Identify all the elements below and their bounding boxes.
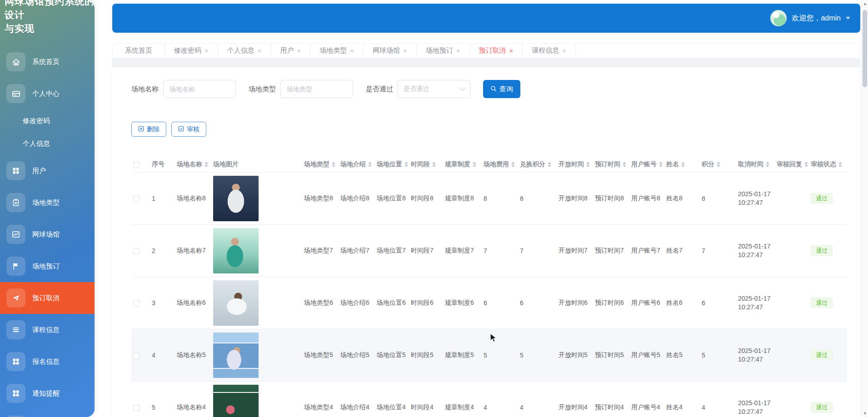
caret-up-icon[interactable] (623, 162, 626, 164)
table-row[interactable]: 3场地名称6场地类型6场地介绍6场地位置6时间段6规章制度666开放时间6预订时… (131, 277, 847, 329)
scroll-up-icon[interactable]: ▲ (862, 1, 868, 6)
tab-item[interactable]: 个人信息× (218, 44, 271, 58)
caret-down-icon[interactable] (548, 165, 551, 167)
tennis-photo-4[interactable] (213, 333, 259, 378)
tab-item[interactable]: 系统首页 (113, 44, 165, 58)
row-checkbox[interactable] (133, 248, 140, 254)
table-row[interactable]: 1场地名称8场地类型8场地介绍8场地位置8时间段8规章制度888开放时间8预订时… (131, 172, 847, 224)
caret-down-icon[interactable] (586, 165, 590, 167)
caret-up-icon[interactable] (432, 162, 436, 164)
sidebar-item[interactable] (0, 409, 95, 417)
venue-name-input[interactable] (163, 80, 236, 98)
row-checkbox[interactable] (133, 352, 140, 359)
close-icon[interactable]: × (297, 47, 301, 54)
sort-icon[interactable] (766, 162, 769, 167)
sort-icon[interactable] (404, 162, 408, 167)
close-icon[interactable]: × (509, 47, 514, 54)
sort-icon[interactable] (432, 162, 436, 167)
scrollbar-thumb[interactable] (863, 10, 867, 87)
caret-down-icon[interactable] (717, 165, 720, 167)
caret-up-icon[interactable] (473, 162, 476, 164)
sidebar-item[interactable]: 系统首页 (0, 46, 95, 78)
tab-item[interactable]: 课程信息× (523, 44, 576, 58)
tab-item[interactable]: 用户× (271, 44, 311, 58)
caret-down-icon[interactable] (659, 165, 663, 167)
sort-icon[interactable] (681, 162, 685, 167)
sort-icon[interactable] (659, 162, 663, 167)
sort-icon[interactable] (368, 162, 372, 167)
sidebar-item[interactable]: 用户 (0, 155, 95, 187)
caret-up-icon[interactable] (332, 162, 335, 164)
sort-icon[interactable] (205, 162, 208, 167)
row-checkbox[interactable] (133, 196, 140, 202)
pass-select[interactable]: 是否通过 (398, 80, 470, 98)
caret-down-icon[interactable] (766, 165, 769, 167)
caret-down-icon[interactable] (623, 165, 626, 167)
close-icon[interactable]: × (350, 47, 354, 54)
close-icon[interactable]: × (403, 47, 407, 54)
sidebar-item[interactable]: 个人中心 (0, 78, 95, 109)
sidebar-item[interactable]: 预订取消 (0, 282, 95, 314)
avatar[interactable] (770, 10, 787, 26)
table-row[interactable]: 5场地名称4场地类型4场地介绍4场地位置4时间段4规章制度444开放时间4预订时… (131, 381, 847, 417)
caret-down-icon[interactable] (205, 165, 208, 167)
caret-down-icon[interactable] (681, 165, 685, 167)
tennis-photo-3[interactable] (213, 280, 259, 326)
sort-icon[interactable] (623, 162, 626, 167)
chevron-down-icon[interactable] (846, 17, 850, 20)
sort-icon[interactable] (586, 162, 590, 167)
sort-icon[interactable] (332, 162, 335, 167)
caret-up-icon[interactable] (681, 162, 685, 164)
caret-up-icon[interactable] (766, 162, 769, 164)
row-checkbox[interactable] (133, 300, 140, 307)
caret-up-icon[interactable] (838, 162, 842, 164)
caret-down-icon[interactable] (332, 165, 335, 167)
search-button[interactable]: 查询 (483, 80, 520, 98)
caret-down-icon[interactable] (432, 165, 436, 167)
caret-down-icon[interactable] (404, 165, 408, 167)
sort-icon[interactable] (838, 162, 842, 167)
caret-up-icon[interactable] (511, 162, 515, 164)
tennis-photo-2[interactable] (213, 228, 259, 273)
sort-icon[interactable] (511, 162, 515, 167)
sidebar-item[interactable]: 通知提醒 (0, 377, 95, 409)
close-icon[interactable]: × (456, 47, 460, 54)
table-row[interactable]: 4场地名称5场地类型5场地介绍5场地位置5时间段5规章制度555开放时间5预订时… (131, 329, 847, 381)
row-checkbox[interactable] (133, 405, 140, 411)
scroll-down-icon[interactable]: ▼ (862, 411, 868, 416)
sort-icon[interactable] (804, 162, 808, 167)
caret-down-icon[interactable] (511, 165, 515, 167)
tab-item[interactable]: 场地预订× (417, 44, 470, 58)
caret-up-icon[interactable] (368, 162, 372, 164)
sort-icon[interactable] (473, 162, 476, 167)
tennis-photo-1[interactable] (213, 176, 259, 221)
caret-up-icon[interactable] (205, 162, 208, 164)
sort-icon[interactable] (717, 162, 720, 167)
venue-type-input[interactable] (280, 80, 353, 98)
sidebar-subitem[interactable]: 修改密码 (0, 109, 95, 132)
tab-item[interactable]: 预订取消× (470, 44, 523, 58)
caret-up-icon[interactable] (548, 162, 551, 164)
select-all-checkbox[interactable] (133, 162, 140, 168)
close-icon[interactable]: × (258, 47, 262, 54)
review-button[interactable]: 审核 (171, 122, 206, 137)
caret-up-icon[interactable] (586, 162, 590, 164)
user-menu[interactable]: 欢迎您，admin (770, 10, 850, 26)
sidebar-subitem[interactable]: 个人信息 (0, 132, 95, 155)
caret-up-icon[interactable] (717, 162, 720, 164)
tab-item[interactable]: 场地类型× (310, 44, 364, 58)
caret-down-icon[interactable] (473, 165, 476, 167)
sidebar-item[interactable]: 场地类型 (0, 187, 95, 218)
caret-down-icon[interactable] (368, 165, 372, 167)
tab-item[interactable]: 网球场馆× (364, 44, 417, 58)
close-icon[interactable]: × (562, 47, 566, 54)
vertical-scrollbar[interactable]: ▲ ▼ (861, 0, 868, 417)
delete-button[interactable]: 删除 (131, 122, 166, 137)
caret-down-icon[interactable] (838, 165, 842, 167)
tab-item[interactable]: 修改密码× (165, 44, 218, 58)
close-icon[interactable]: × (205, 47, 209, 54)
tennis-photo-5[interactable] (213, 385, 259, 417)
table-row[interactable]: 2场地名称7场地类型7场地介绍7场地位置7时间段7规章制度777开放时间7预订时… (131, 224, 847, 277)
sidebar-item[interactable]: 网球场馆 (0, 218, 95, 250)
sidebar-item[interactable]: 报名信息 (0, 346, 95, 377)
